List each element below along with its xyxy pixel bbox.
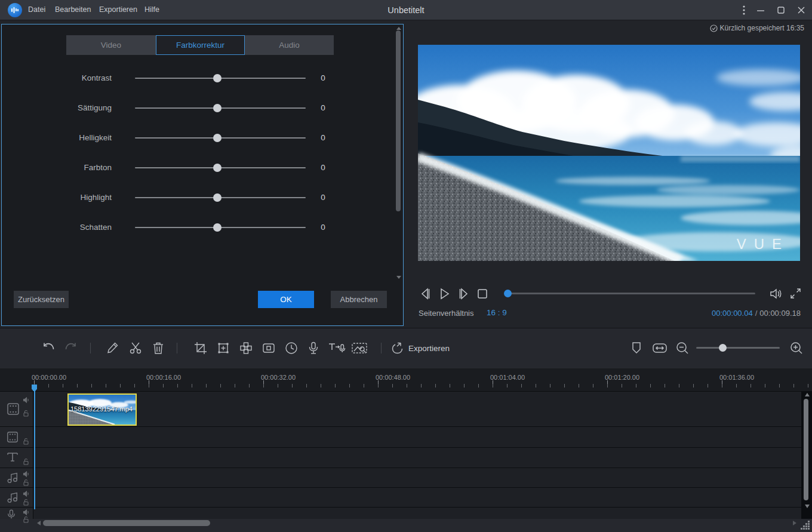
timeline-zoom-thumb[interactable] <box>719 344 727 352</box>
slider-value: 0 <box>315 223 331 232</box>
fit-timeline-icon[interactable] <box>652 341 668 355</box>
tab-audio[interactable]: Audio <box>245 35 334 55</box>
vue-watermark: VUE <box>737 236 789 253</box>
slider-thumb[interactable] <box>213 104 222 112</box>
crop-icon[interactable] <box>193 341 208 355</box>
text-to-speech-icon[interactable] <box>328 341 346 355</box>
track-mute-icon[interactable] <box>23 396 30 404</box>
kontrast-slider[interactable] <box>135 78 306 79</box>
marker-icon[interactable] <box>630 341 643 355</box>
next-frame-button[interactable] <box>456 287 470 301</box>
color-correction-panel: Video Farbkorrektur Audio Kontrast 0 Sät… <box>1 24 404 326</box>
hscroll-right-icon[interactable] <box>793 521 796 525</box>
cancel-button[interactable]: Abbrechen <box>331 291 387 308</box>
highlight-slider[interactable] <box>135 197 306 198</box>
slider-thumb[interactable] <box>213 193 222 202</box>
track-header-music-2[interactable] <box>0 488 33 507</box>
video-track-lane[interactable]: 1581392291547.mp4 <box>33 392 801 426</box>
panel-scroll-down-icon[interactable] <box>396 276 401 279</box>
text-track-lane[interactable] <box>33 448 801 468</box>
slider-thumb[interactable] <box>213 134 222 142</box>
slider-value: 0 <box>315 103 331 112</box>
clip-filename: 1581392291547.mp4 <box>70 405 133 413</box>
aspect-ratio-label: Seitenverhältnis <box>419 309 474 318</box>
slider-thumb[interactable] <box>213 74 222 82</box>
track-mute-icon[interactable] <box>23 490 30 497</box>
voiceover-track-lane[interactable] <box>33 508 801 519</box>
scene-image-icon[interactable] <box>351 341 368 355</box>
undo-icon[interactable] <box>41 341 56 355</box>
toolbar-separator <box>90 343 91 353</box>
mosaic-icon[interactable] <box>239 341 253 355</box>
aspect-ratio-value[interactable]: 16 : 9 <box>487 308 507 317</box>
export-button[interactable]: Exportieren <box>408 344 450 353</box>
timeline-clip[interactable]: 1581392291547.mp4 <box>67 393 137 426</box>
track-lock-icon[interactable] <box>23 438 29 445</box>
reset-button[interactable]: Zurücksetzen <box>14 291 69 308</box>
fullscreen-icon[interactable] <box>790 288 801 299</box>
track-lock-icon[interactable] <box>23 516 29 523</box>
more-menu-icon[interactable] <box>736 4 752 16</box>
edit-pencil-icon[interactable] <box>106 341 119 355</box>
maximize-button[interactable] <box>773 4 789 16</box>
ok-button[interactable]: OK <box>258 291 314 308</box>
track-lock-icon[interactable] <box>23 410 29 417</box>
delete-trash-icon[interactable] <box>152 341 165 355</box>
zoom-frame-icon[interactable] <box>216 341 230 355</box>
playhead-line[interactable] <box>34 385 35 509</box>
farbton-slider[interactable] <box>135 167 306 168</box>
track-mute-icon[interactable] <box>23 471 30 478</box>
slider-row-kontrast: Kontrast 0 <box>2 72 403 85</box>
volume-icon[interactable] <box>769 287 782 300</box>
track-header-music-1[interactable] <box>0 468 33 487</box>
resize-grip[interactable] <box>801 521 810 530</box>
window-title: Unbetitelt <box>0 5 812 15</box>
redo-icon[interactable] <box>64 341 78 355</box>
track-mute-icon[interactable] <box>23 509 30 516</box>
track-header-video[interactable] <box>0 392 33 426</box>
vertical-scrollbar[interactable] <box>804 399 808 500</box>
track-header-overlay[interactable] <box>0 427 33 447</box>
schatten-slider[interactable] <box>135 227 306 228</box>
minimize-button[interactable] <box>752 4 769 16</box>
zoom-out-icon[interactable] <box>675 341 690 355</box>
timeline-ruler[interactable]: 00:00:00.00 00:00:16.00 00:00:32.00 00:0… <box>0 368 812 391</box>
track-lock-icon[interactable] <box>23 479 29 486</box>
overlay-track-lane[interactable] <box>33 427 801 447</box>
track-header-text[interactable] <box>0 448 33 468</box>
slider-thumb[interactable] <box>213 223 222 232</box>
saettigung-slider[interactable] <box>135 107 306 109</box>
vscroll-up-icon[interactable] <box>805 393 810 396</box>
helligkeit-slider[interactable] <box>135 137 306 139</box>
stop-button[interactable] <box>477 288 488 299</box>
previous-frame-button[interactable] <box>419 287 433 301</box>
track-lock-icon[interactable] <box>23 499 29 506</box>
slider-row-highlight: Highlight 0 <box>2 191 403 204</box>
close-button[interactable] <box>793 4 810 16</box>
track-header-voiceover[interactable] <box>0 508 33 519</box>
duration-clock-icon[interactable] <box>284 341 299 355</box>
export-icon[interactable] <box>390 341 405 355</box>
seek-bar[interactable] <box>505 293 755 294</box>
beach-video-still <box>418 45 800 261</box>
toolbar-separator <box>177 343 177 353</box>
seek-thumb[interactable] <box>504 290 512 297</box>
tab-farbkorrektur[interactable]: Farbkorrektur <box>156 35 245 55</box>
zoom-in-icon[interactable] <box>789 341 804 355</box>
panel-scroll-up-icon[interactable] <box>396 27 401 30</box>
panel-scrollbar[interactable] <box>396 30 401 211</box>
vscroll-down-icon[interactable] <box>805 505 810 508</box>
voiceover-mic-icon[interactable] <box>307 341 320 355</box>
cut-scissors-icon[interactable] <box>129 341 142 355</box>
slider-thumb[interactable] <box>213 164 222 172</box>
track-lock-icon[interactable] <box>23 458 29 465</box>
play-button[interactable] <box>437 287 451 301</box>
music-track-1-lane[interactable] <box>33 468 801 487</box>
music-track-2-lane[interactable] <box>33 488 801 507</box>
timeline-zoom-slider[interactable] <box>696 347 780 349</box>
tab-video[interactable]: Video <box>66 35 156 55</box>
horizontal-scrollbar[interactable] <box>43 520 210 526</box>
freeze-frame-icon[interactable] <box>262 341 276 355</box>
hscroll-left-icon[interactable] <box>37 521 41 525</box>
app-window: Datei Bearbeiten Exportieren Hilfe Unbet… <box>0 0 812 532</box>
